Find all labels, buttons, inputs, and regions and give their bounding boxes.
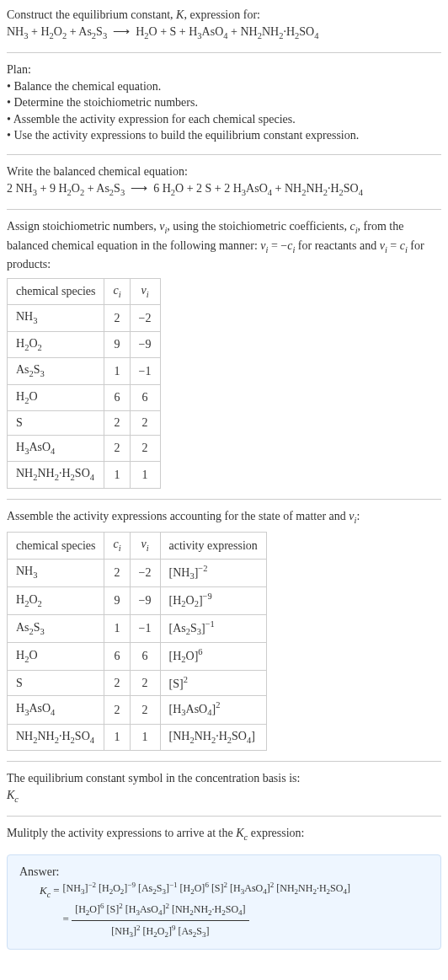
divider bbox=[7, 499, 441, 500]
plan-step-2: • Determine the stoichiometric numbers. bbox=[7, 94, 441, 111]
intro-text: Construct the equilibrium constant, K, e… bbox=[7, 8, 260, 21]
balanced-equation: 2 NH3 + 9 H2O2 + As2S3 ⟶ 6 H2O + 2 S + 2… bbox=[7, 182, 363, 195]
intro-K: K bbox=[176, 8, 184, 21]
col-activity: activity expression bbox=[160, 533, 266, 559]
col-vi: νi bbox=[130, 533, 160, 559]
table-row: As2S31−1 bbox=[8, 358, 161, 384]
table-row: NH32−2[NH3]−2 bbox=[8, 559, 267, 586]
numerator: [H2O]6 [S]2 [H3AsO4]2 [NH2NH2·H2SO4] bbox=[72, 901, 248, 921]
answer-box: Answer: Kc = [NH3]−2 [H2O2]−9 [As2S3]−1 … bbox=[7, 854, 441, 951]
table-row: S22[S]2 bbox=[8, 671, 267, 696]
table-row: NH2NH2·H2SO411[NH2NH2·H2SO4] bbox=[8, 724, 267, 750]
assign-text: Assign stoichiometric numbers, νi, using… bbox=[7, 220, 424, 270]
plan-step-3: • Assemble the activity expression for e… bbox=[7, 111, 441, 128]
plan-step-4: • Use the activity expressions to build … bbox=[7, 127, 441, 144]
balanced-heading: Write the balanced chemical equation: bbox=[7, 165, 188, 178]
col-vi: νi bbox=[130, 278, 160, 304]
col-species: chemical species bbox=[8, 533, 104, 559]
divider bbox=[7, 761, 441, 762]
unbalanced-equation: NH3 + H2O2 + As2S3 ⟶ H2O + S + H3AsO4 + … bbox=[7, 25, 318, 38]
answer-label: Answer: bbox=[19, 865, 59, 878]
kc-equals: Kc = bbox=[40, 880, 60, 900]
table-row: H3AsO422 bbox=[8, 435, 161, 461]
table-row: H2O29−9 bbox=[8, 331, 161, 357]
stoich-table: chemical species ci νi NH32−2 H2O29−9 As… bbox=[7, 278, 161, 489]
activity-block: Assemble the activity expressions accoun… bbox=[7, 508, 441, 751]
kc-symbol-block: The equilibrium constant symbol in the c… bbox=[7, 770, 441, 806]
table-row: NH32−2 bbox=[8, 305, 161, 331]
col-species: chemical species bbox=[8, 278, 104, 304]
table-row: H2O66 bbox=[8, 384, 161, 410]
multiply-text: Mulitply the activity expressions to arr… bbox=[7, 827, 304, 839]
equals-sign: = bbox=[63, 913, 72, 926]
answer-equation: Kc = [NH3]−2 [H2O2]−9 [As2S3]−1 [H2O]6 [… bbox=[40, 880, 429, 940]
answer-expression-body: [NH3]−2 [H2O2]−9 [As2S3]−1 [H2O]6 [S]2 [… bbox=[63, 880, 350, 940]
product-form: [NH3]−2 [H2O2]−9 [As2S3]−1 [H2O]6 [S]2 [… bbox=[63, 880, 350, 897]
assemble-text: Assemble the activity expressions accoun… bbox=[7, 510, 360, 522]
col-ci: ci bbox=[104, 278, 130, 304]
multiply-block: Mulitply the activity expressions to arr… bbox=[7, 825, 441, 843]
balanced-block: Write the balanced chemical equation: 2 … bbox=[7, 163, 441, 199]
fraction-form: = [H2O]6 [S]2 [H3AsO4]2 [NH2NH2·H2SO4] [… bbox=[63, 901, 350, 940]
intro-block: Construct the equilibrium constant, K, e… bbox=[7, 7, 441, 42]
divider bbox=[7, 209, 441, 210]
activity-table: chemical species ci νi activity expressi… bbox=[7, 532, 267, 751]
table-header-row: chemical species ci νi bbox=[8, 278, 161, 304]
assign-block: Assign stoichiometric numbers, νi, using… bbox=[7, 218, 441, 489]
table-row: As2S31−1[As2S3]−1 bbox=[8, 614, 267, 642]
divider bbox=[7, 52, 441, 53]
table-header-row: chemical species ci νi activity expressi… bbox=[8, 533, 267, 559]
plan-block: Plan: • Balance the chemical equation. •… bbox=[7, 62, 441, 144]
intro-prefix: Construct the equilibrium constant, bbox=[7, 8, 176, 21]
table-row: S22 bbox=[8, 411, 161, 436]
table-row: NH2NH2·H2SO411 bbox=[8, 462, 161, 488]
table-row: H3AsO422[H3AsO4]2 bbox=[8, 696, 267, 724]
plan-step-1: • Balance the chemical equation. bbox=[7, 78, 441, 95]
col-ci: ci bbox=[104, 533, 130, 559]
kc-symbol: Kc bbox=[7, 789, 19, 801]
denominator: [NH3]2 [H2O2]9 [As2S3] bbox=[72, 921, 248, 940]
table-row: H2O66[H2O]6 bbox=[8, 643, 267, 671]
kc-symbol-text: The equilibrium constant symbol in the c… bbox=[7, 772, 300, 785]
divider bbox=[7, 816, 441, 817]
plan-title: Plan: bbox=[7, 62, 441, 78]
table-row: H2O29−9[H2O2]−9 bbox=[8, 586, 267, 614]
fraction: [H2O]6 [S]2 [H3AsO4]2 [NH2NH2·H2SO4] [NH… bbox=[72, 901, 248, 940]
divider bbox=[7, 154, 441, 155]
intro-suffix: , expression for: bbox=[184, 8, 260, 21]
